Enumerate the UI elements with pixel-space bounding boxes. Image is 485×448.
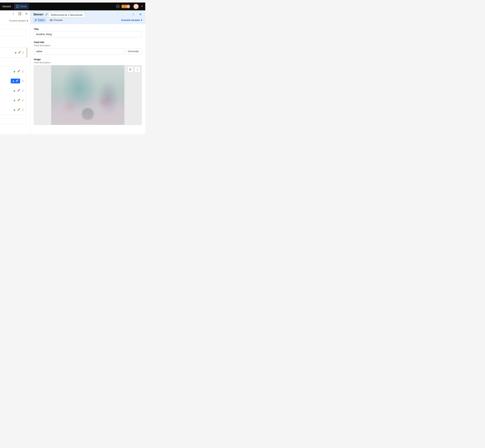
kebab-icon[interactable] xyxy=(23,51,23,54)
selected-pill xyxy=(11,79,20,83)
edit-icon xyxy=(18,51,21,54)
pencil-icon xyxy=(129,68,132,71)
field-label: Field title xyxy=(34,41,142,44)
list-item[interactable] xyxy=(0,105,26,115)
kebab-icon[interactable] xyxy=(23,80,23,82)
edit-icon xyxy=(16,79,19,82)
list-item-selected[interactable] xyxy=(0,76,26,86)
close-document-button[interactable]: ✕ xyxy=(139,13,142,16)
version-select[interactable]: Current version xyxy=(121,19,142,22)
image-thumbnail xyxy=(51,65,125,125)
list-card xyxy=(0,66,26,115)
field-description: Field description xyxy=(34,61,142,64)
close-icon: ✕ xyxy=(25,12,28,16)
field-description: Field description xyxy=(34,44,142,47)
publish-icon xyxy=(15,52,16,54)
tab-preview[interactable]: Preview xyxy=(48,18,64,22)
left-pane: ✕ Current version xyxy=(0,10,30,134)
references-tooltip: Referenced by 2 documents xyxy=(49,12,85,17)
list-item[interactable] xyxy=(0,119,26,124)
list-card xyxy=(0,48,27,58)
generate-button[interactable]: Generate xyxy=(125,48,142,55)
list-item[interactable] xyxy=(0,30,26,36)
tab-label: Editor xyxy=(38,19,45,22)
avatar[interactable] xyxy=(126,5,130,8)
references-icon[interactable] xyxy=(45,13,48,16)
image-menu-button[interactable] xyxy=(134,67,140,72)
document-title: Steven xyxy=(33,13,43,16)
split-pane-button[interactable] xyxy=(18,12,22,16)
kebab-icon[interactable] xyxy=(23,89,23,92)
edit-icon xyxy=(17,89,20,92)
publish-icon xyxy=(13,80,14,82)
eye-icon xyxy=(50,19,53,21)
help-icon[interactable]: ? xyxy=(116,5,119,8)
close-pane-button[interactable]: ✕ xyxy=(25,12,28,16)
nav-item-dashboard[interactable]: nboard xyxy=(0,2,13,10)
split-pane-icon xyxy=(18,12,21,15)
topbar: nboard Desk ? xyxy=(0,2,145,10)
list-item[interactable] xyxy=(0,67,26,76)
fieldtitle-input[interactable] xyxy=(34,48,123,55)
document-menu-button[interactable] xyxy=(132,13,135,16)
kebab-icon[interactable] xyxy=(23,70,23,72)
field-fieldtitle: Field title Field description Generate xyxy=(34,41,142,55)
version-label-text: Current version xyxy=(121,19,140,22)
user-menu-caret-icon[interactable] xyxy=(141,6,143,7)
kebab-icon xyxy=(13,13,14,15)
select-caret-icon xyxy=(27,20,28,22)
editor-pane: Steven Referenced by 2 documents ✕ xyxy=(30,10,145,134)
edit-icon xyxy=(17,108,20,111)
desk-icon xyxy=(16,5,19,8)
presence-avatars xyxy=(121,5,130,8)
publish-icon xyxy=(14,99,15,101)
kebab-icon xyxy=(133,13,134,16)
field-image: Image Field description xyxy=(34,58,142,125)
nav-item-label: nboard xyxy=(2,5,11,8)
field-label: Title xyxy=(34,28,142,31)
pencil-icon xyxy=(35,19,37,21)
image-preview-box[interactable] xyxy=(34,65,142,125)
tab-editor[interactable]: Editor xyxy=(33,18,46,22)
list-item[interactable] xyxy=(0,48,27,57)
version-label-text: Current version xyxy=(9,19,26,22)
field-label: Image xyxy=(34,58,142,61)
close-icon: ✕ xyxy=(139,13,142,16)
pane-menu-button[interactable] xyxy=(11,12,15,16)
edit-icon xyxy=(17,99,20,102)
nav-item-desk[interactable]: Desk xyxy=(14,3,29,9)
publish-icon xyxy=(14,71,15,72)
tab-label: Preview xyxy=(54,19,63,22)
edit-image-button[interactable] xyxy=(128,67,133,72)
publish-icon xyxy=(14,109,15,111)
nav-item-label: Desk xyxy=(20,5,27,8)
select-caret-icon xyxy=(141,19,142,21)
version-select[interactable]: Current version xyxy=(9,19,28,22)
user-avatar[interactable] xyxy=(133,4,139,9)
list-item[interactable] xyxy=(0,86,26,96)
kebab-icon[interactable] xyxy=(23,99,23,101)
list-item[interactable] xyxy=(0,96,26,105)
field-title: Title xyxy=(34,28,142,37)
kebab-icon xyxy=(137,69,138,71)
kebab-icon[interactable] xyxy=(23,109,23,111)
title-input[interactable] xyxy=(34,31,142,37)
publish-icon xyxy=(14,90,15,91)
document-header: Steven Referenced by 2 documents ✕ xyxy=(30,10,145,24)
edit-icon xyxy=(17,70,20,73)
